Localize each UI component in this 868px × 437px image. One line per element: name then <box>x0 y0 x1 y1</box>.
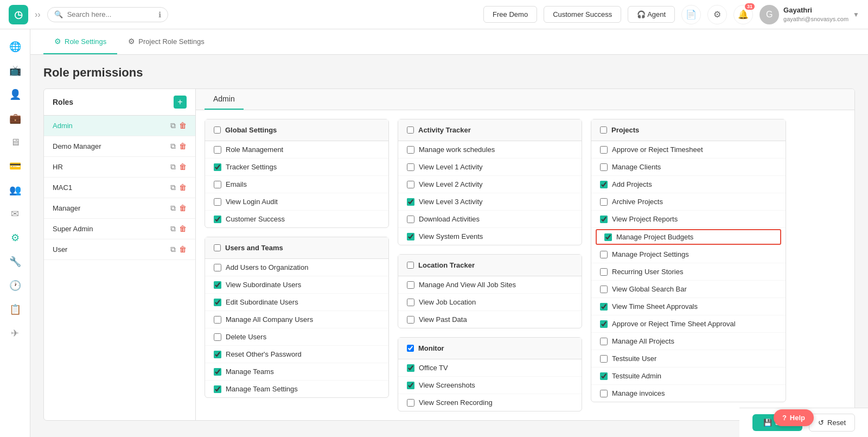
cb-manage-invoices[interactable] <box>600 390 608 397</box>
cb-manage-project-settings[interactable] <box>600 251 608 258</box>
help-button[interactable]: ? Help <box>774 409 814 426</box>
project-role-settings-icon: ⚙ <box>128 37 135 46</box>
cb-view-past-data[interactable] <box>407 316 414 324</box>
sidebar-item-user[interactable]: 👤 <box>4 84 26 105</box>
cb-manage-project-budgets[interactable] <box>604 233 612 241</box>
role-item-hr[interactable]: HR ⧉ 🗑 <box>44 157 195 178</box>
info-icon[interactable]: ℹ <box>158 10 161 19</box>
cb-approve-reject-time-sheet[interactable] <box>600 320 608 328</box>
delete-role-hr-icon[interactable]: 🗑 <box>179 162 187 172</box>
copy-role-superadmin-icon[interactable]: ⧉ <box>170 224 176 233</box>
sidebar-item-report[interactable]: 📋 <box>4 299 26 320</box>
copy-role-user-icon[interactable]: ⧉ <box>170 245 176 254</box>
cb-manage-all-company[interactable] <box>214 316 221 324</box>
cb-manage-job-sites[interactable] <box>407 281 414 289</box>
cb-manage-all-projects[interactable] <box>600 338 608 345</box>
cb-view-global-search-bar[interactable] <box>600 286 608 293</box>
sidebar-item-globe[interactable]: 🌐 <box>4 36 26 58</box>
cb-role-management[interactable] <box>214 146 221 154</box>
cb-tracker-settings[interactable] <box>214 163 221 171</box>
notification-btn[interactable]: 🔔 31 <box>733 5 753 24</box>
cb-view-login-audit[interactable] <box>214 198 221 206</box>
sidebar-item-mail[interactable]: ✉ <box>4 203 26 225</box>
cb-archive-projects[interactable] <box>600 198 608 206</box>
cb-add-projects[interactable] <box>600 181 608 188</box>
delete-role-demo-icon[interactable]: 🗑 <box>179 142 187 151</box>
settings-icon-btn[interactable]: ⚙ <box>707 5 727 24</box>
perm-view-level2: View Level 2 Activity <box>398 176 582 193</box>
cb-view-level2[interactable] <box>407 181 414 188</box>
cb-view-system-events[interactable] <box>407 233 414 240</box>
group-location-tracker-checkbox[interactable] <box>407 262 414 269</box>
search-input[interactable] <box>67 10 154 18</box>
add-role-button[interactable]: + <box>174 96 187 109</box>
cb-manage-team-settings[interactable] <box>214 385 221 393</box>
role-item-admin[interactable]: Admin ⧉ 🗑 <box>44 116 195 136</box>
cb-view-time-sheet-approvals[interactable] <box>600 303 608 311</box>
cb-view-subordinate[interactable] <box>214 281 221 289</box>
cb-view-level1[interactable] <box>407 163 414 171</box>
cb-view-job-location[interactable] <box>407 299 414 306</box>
sidebar-item-team[interactable]: 👥 <box>4 179 26 201</box>
cb-emails[interactable] <box>214 181 221 188</box>
group-activity-tracker-checkbox[interactable] <box>407 126 414 134</box>
group-users-teams-checkbox[interactable] <box>214 244 221 251</box>
nav-expand[interactable]: ›› <box>35 10 41 20</box>
role-item-user[interactable]: User ⧉ 🗑 <box>44 239 195 260</box>
delete-role-user-icon[interactable]: 🗑 <box>179 245 187 254</box>
role-item-manager[interactable]: Manager ⧉ 🗑 <box>44 198 195 219</box>
perm-view-level1: View Level 1 Activity <box>398 159 582 176</box>
sidebar-item-card[interactable]: 💳 <box>4 155 26 177</box>
delete-role-mac1-icon[interactable]: 🗑 <box>179 183 187 192</box>
cb-view-screenshots[interactable] <box>407 382 414 389</box>
cb-view-project-reports[interactable] <box>600 216 608 223</box>
free-demo-button[interactable]: Free Demo <box>483 6 537 23</box>
sidebar-item-person[interactable]: 🔧 <box>4 251 26 273</box>
cb-recurring-user-stories[interactable] <box>600 268 608 276</box>
tab-role-settings[interactable]: ⚙ Role Settings <box>43 29 117 54</box>
role-item-mac1[interactable]: MAC1 ⧉ 🗑 <box>44 178 195 198</box>
customer-success-button[interactable]: Customer Success <box>544 6 621 23</box>
cb-add-users[interactable] <box>214 264 221 271</box>
cb-testsuite-user[interactable] <box>600 355 608 363</box>
agent-button[interactable]: 🎧 Agent <box>628 6 675 23</box>
left-sidebar: 🌐 📺 👤 💼 🖥 💳 👥 ✉ ⚙ 🔧 🕐 📋 ✈ <box>0 29 30 437</box>
copy-role-hr-icon[interactable]: ⧉ <box>170 162 176 172</box>
group-projects-checkbox[interactable] <box>600 126 607 134</box>
sidebar-item-gear[interactable]: ⚙ <box>4 227 26 249</box>
copy-role-admin-icon[interactable]: ⧉ <box>170 121 176 130</box>
copy-role-mac1-icon[interactable]: ⧉ <box>170 183 176 192</box>
cb-manage-teams[interactable] <box>214 368 221 376</box>
cb-manage-clients[interactable] <box>600 163 608 171</box>
cb-delete-users[interactable] <box>214 333 221 341</box>
role-item-demo-manager[interactable]: Demo Manager ⧉ 🗑 <box>44 136 195 157</box>
cb-download-activities[interactable] <box>407 216 414 223</box>
copy-role-demo-icon[interactable]: ⧉ <box>170 142 176 151</box>
group-global-settings-checkbox[interactable] <box>214 126 221 134</box>
sidebar-item-send[interactable]: ✈ <box>4 322 26 344</box>
group-monitor-checkbox[interactable] <box>407 345 414 352</box>
cb-edit-subordinate[interactable] <box>214 299 221 306</box>
delete-role-superadmin-icon[interactable]: 🗑 <box>179 224 187 233</box>
cb-approve-reject-timesheet[interactable] <box>600 146 608 154</box>
cb-view-screen-recording[interactable] <box>407 399 414 407</box>
cb-customer-success[interactable] <box>214 216 221 223</box>
cb-manage-work-schedules[interactable] <box>407 146 414 154</box>
sidebar-item-monitor[interactable]: 🖥 <box>4 131 26 153</box>
copy-role-manager-icon[interactable]: ⧉ <box>170 204 176 213</box>
document-icon-btn[interactable]: 📄 <box>681 5 701 24</box>
cb-view-level3[interactable] <box>407 198 414 206</box>
sidebar-item-clock[interactable]: 🕐 <box>4 275 26 296</box>
tab-project-role-settings[interactable]: ⚙ Project Role Settings <box>117 29 215 54</box>
reset-button[interactable]: ↺ Reset <box>809 414 855 432</box>
sidebar-item-tv[interactable]: 📺 <box>4 60 26 81</box>
cb-reset-password[interactable] <box>214 351 221 358</box>
cb-office-tv[interactable] <box>407 364 414 372</box>
role-item-super-admin[interactable]: Super Admin ⧉ 🗑 <box>44 219 195 239</box>
delete-role-manager-icon[interactable]: 🗑 <box>179 204 187 213</box>
permissions-layout: Roles + Admin ⧉ 🗑 Demo Manager ⧉ <box>43 88 855 421</box>
delete-role-admin-icon[interactable]: 🗑 <box>179 121 187 130</box>
user-menu[interactable]: G Gayathri gayathri@snovasys.com ▼ <box>760 5 859 24</box>
sidebar-item-briefcase[interactable]: 💼 <box>4 107 26 129</box>
cb-testsuite-admin[interactable] <box>600 372 608 380</box>
